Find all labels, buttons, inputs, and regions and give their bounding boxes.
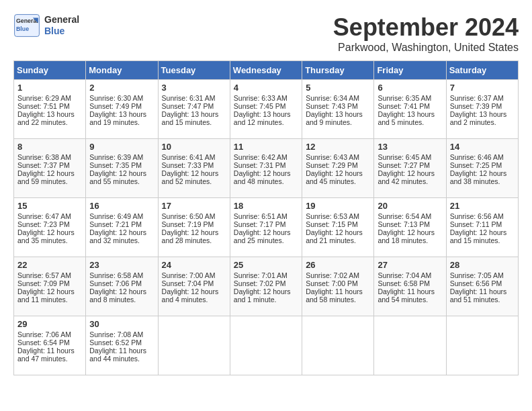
calendar-week-row: 15Sunrise: 6:47 AMSunset: 7:23 PMDayligh… — [14, 198, 519, 257]
calendar-week-row: 1Sunrise: 6:29 AMSunset: 7:51 PMDaylight… — [14, 80, 519, 139]
day-info-line: Sunrise: 7:04 AM — [378, 271, 442, 279]
day-info-line: Sunrise: 6:49 AM — [89, 212, 154, 220]
calendar-cell: 6Sunrise: 6:35 AMSunset: 7:41 PMDaylight… — [374, 80, 446, 139]
day-info-line: Sunset: 7:04 PM — [162, 279, 226, 287]
day-info-line: Daylight: 12 hours — [162, 228, 226, 236]
weekday-header: Saturday — [446, 61, 518, 80]
day-info-line: Sunrise: 6:41 AM — [162, 153, 226, 161]
day-info-line: and 2 minutes. — [450, 118, 515, 126]
day-info-line: Sunset: 7:41 PM — [378, 102, 442, 110]
calendar-cell: 27Sunrise: 7:04 AMSunset: 6:58 PMDayligh… — [374, 257, 446, 316]
day-number: 21 — [450, 201, 515, 211]
calendar-cell: 26Sunrise: 7:02 AMSunset: 7:00 PMDayligh… — [302, 257, 374, 316]
day-info-line: Sunrise: 6:39 AM — [89, 153, 154, 161]
day-info-line: Sunset: 7:27 PM — [378, 161, 442, 169]
calendar-week-row: 22Sunrise: 6:57 AMSunset: 7:09 PMDayligh… — [14, 257, 519, 316]
calendar-cell: 17Sunrise: 6:50 AMSunset: 7:19 PMDayligh… — [158, 198, 230, 257]
day-info-line: and 51 minutes. — [450, 295, 515, 304]
day-info-line: Sunrise: 6:38 AM — [17, 153, 82, 161]
day-info-line: Daylight: 11 hours — [17, 347, 82, 355]
day-info-line: and 32 minutes. — [89, 236, 154, 244]
calendar-cell: 23Sunrise: 6:58 AMSunset: 7:06 PMDayligh… — [86, 257, 158, 316]
day-number: 28 — [450, 260, 515, 270]
day-info-line: Daylight: 12 hours — [306, 169, 370, 177]
calendar-cell: 2Sunrise: 6:30 AMSunset: 7:49 PMDaylight… — [86, 80, 158, 139]
day-info-line: Sunset: 6:58 PM — [378, 279, 442, 287]
day-info-line: Daylight: 13 hours — [450, 110, 515, 118]
calendar-cell: 9Sunrise: 6:39 AMSunset: 7:35 PMDaylight… — [86, 139, 158, 198]
day-info-line: Sunrise: 6:46 AM — [450, 153, 515, 161]
day-info-line: Sunset: 7:09 PM — [17, 279, 82, 287]
day-number: 19 — [306, 201, 370, 211]
day-number: 10 — [162, 142, 226, 152]
day-number: 26 — [306, 260, 370, 270]
day-number: 16 — [89, 201, 154, 211]
day-info-line: Daylight: 12 hours — [17, 228, 82, 236]
calendar-cell: 15Sunrise: 6:47 AMSunset: 7:23 PMDayligh… — [14, 198, 86, 257]
day-info-line: and 45 minutes. — [306, 177, 370, 185]
day-number: 8 — [17, 142, 82, 152]
day-number: 25 — [234, 260, 298, 270]
day-info-line: and 58 minutes. — [306, 295, 370, 304]
day-info-line: Sunset: 6:54 PM — [17, 338, 82, 347]
svg-text:Blue: Blue — [16, 26, 29, 32]
calendar-cell: 3Sunrise: 6:31 AMSunset: 7:47 PMDaylight… — [158, 80, 230, 139]
day-info-line: and 1 minute. — [234, 295, 298, 304]
day-number: 12 — [306, 142, 370, 152]
calendar-cell: 19Sunrise: 6:53 AMSunset: 7:15 PMDayligh… — [302, 198, 374, 257]
day-info-line: Sunrise: 6:58 AM — [89, 271, 154, 279]
day-info-line: Sunrise: 6:51 AM — [234, 212, 298, 220]
day-info-line: Daylight: 12 hours — [234, 287, 298, 295]
day-info-line: Sunset: 7:39 PM — [450, 102, 515, 110]
day-info-line: Daylight: 11 hours — [450, 287, 515, 295]
day-info-line: Sunrise: 6:47 AM — [17, 212, 82, 220]
day-info-line: and 4 minutes. — [162, 295, 226, 304]
month-title: September 2024 — [333, 13, 519, 42]
logo: General Blue General Blue — [13, 13, 79, 38]
day-info-line: Daylight: 13 hours — [89, 110, 154, 118]
logo-icon: General Blue — [13, 13, 40, 38]
day-number: 18 — [234, 201, 298, 211]
calendar-cell: 20Sunrise: 6:54 AMSunset: 7:13 PMDayligh… — [374, 198, 446, 257]
calendar-week-row: 8Sunrise: 6:38 AMSunset: 7:37 PMDaylight… — [14, 139, 519, 198]
day-info-line: and 38 minutes. — [450, 177, 515, 185]
day-info-line: Sunrise: 6:45 AM — [378, 153, 442, 161]
logo-line1: General — [44, 14, 79, 26]
day-info-line: Sunset: 7:19 PM — [162, 220, 226, 228]
day-info-line: Sunset: 7:33 PM — [162, 161, 226, 169]
calendar-cell — [302, 316, 374, 375]
day-info-line: Sunrise: 7:06 AM — [17, 330, 82, 338]
day-info-line: Sunset: 7:49 PM — [89, 102, 154, 110]
day-number: 5 — [306, 83, 370, 93]
day-info-line: Sunset: 7:11 PM — [450, 220, 515, 228]
calendar-cell: 1Sunrise: 6:29 AMSunset: 7:51 PMDaylight… — [14, 80, 86, 139]
day-info-line: and 5 minutes. — [378, 118, 442, 126]
day-info-line: Daylight: 11 hours — [89, 347, 154, 355]
day-number: 11 — [234, 142, 298, 152]
day-number: 20 — [378, 201, 442, 211]
calendar-cell — [158, 316, 230, 375]
day-info-line: Sunset: 6:52 PM — [89, 338, 154, 347]
day-info-line: Sunset: 7:31 PM — [234, 161, 298, 169]
day-number: 22 — [17, 260, 82, 270]
day-info-line: Daylight: 13 hours — [378, 110, 442, 118]
day-number: 2 — [89, 83, 154, 93]
day-info-line: Daylight: 12 hours — [17, 287, 82, 295]
day-info-line: Daylight: 11 hours — [378, 287, 442, 295]
day-info-line: Daylight: 12 hours — [89, 287, 154, 295]
day-info-line: and 42 minutes. — [378, 177, 442, 185]
day-info-line: Sunrise: 7:05 AM — [450, 271, 515, 279]
day-info-line: and 21 minutes. — [306, 236, 370, 244]
day-info-line: Sunset: 7:47 PM — [162, 102, 226, 110]
day-info-line: and 28 minutes. — [162, 236, 226, 244]
calendar-cell: 24Sunrise: 7:00 AMSunset: 7:04 PMDayligh… — [158, 257, 230, 316]
day-number: 30 — [89, 319, 154, 329]
day-info-line: Sunrise: 6:56 AM — [450, 212, 515, 220]
day-info-line: and 9 minutes. — [306, 118, 370, 126]
weekday-header: Sunday — [14, 61, 86, 80]
day-number: 23 — [89, 260, 154, 270]
day-number: 24 — [162, 260, 226, 270]
day-info-line: Sunset: 7:25 PM — [450, 161, 515, 169]
day-info-line: and 52 minutes. — [162, 177, 226, 185]
weekday-header: Monday — [86, 61, 158, 80]
